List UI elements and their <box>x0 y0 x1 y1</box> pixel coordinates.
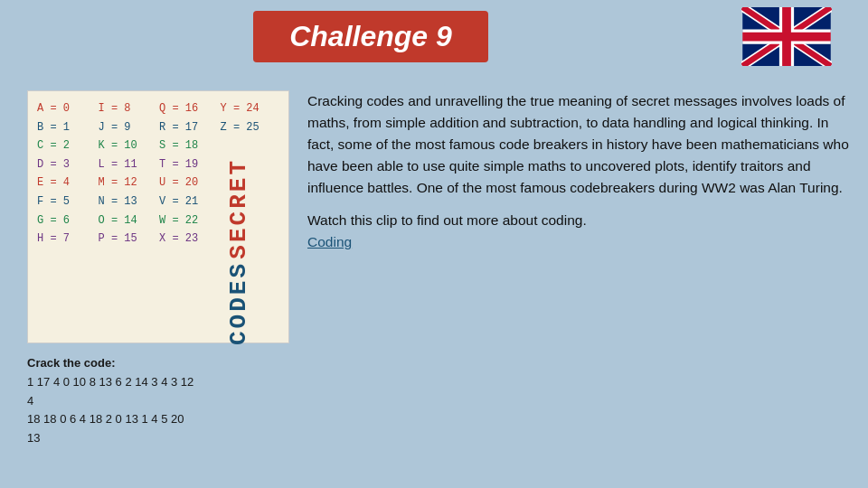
main-content: Cracking codes and unravelling the true … <box>307 90 850 264</box>
page-container: Challenge 9 A = 0 B = 1 C = 2 D = 3 E = … <box>0 0 868 488</box>
crack-line4: 13 <box>27 431 40 445</box>
paragraph2-prefix: Watch this clip to find out more about c… <box>307 212 587 228</box>
cipher-col-3: Q = 16 R = 17 S = 18 T = 19 U = 20 V = 2… <box>159 100 219 345</box>
cipher-table: A = 0 B = 1 C = 2 D = 3 E = 4 F = 5 G = … <box>27 90 289 343</box>
cipher-col-4: Y = 24 Z = 25 SECRET CODES <box>221 100 280 345</box>
title-box: Challenge 9 <box>253 11 488 62</box>
crack-label: Crack the code: <box>27 356 116 370</box>
crack-line2: 4 <box>27 394 33 408</box>
uk-flag <box>741 7 832 66</box>
crack-line1: 1 17 4 0 10 8 13 6 2 14 3 4 3 12 <box>27 375 193 389</box>
cipher-col-2: I = 8 J = 9 K = 10 L = 11 M = 12 N = 13 … <box>99 100 158 345</box>
page-title: Challenge 9 <box>271 20 470 53</box>
paragraph1: Cracking codes and unravelling the true … <box>307 90 850 199</box>
crack-line3: 18 18 0 6 4 18 2 0 13 1 4 5 20 <box>27 412 184 426</box>
paragraph2: Watch this clip to find out more about c… <box>307 210 850 253</box>
crack-the-code: Crack the code: 1 17 4 0 10 8 13 6 2 14 … <box>27 354 289 448</box>
cipher-col-1: A = 0 B = 1 C = 2 D = 3 E = 4 F = 5 G = … <box>37 100 97 345</box>
coding-link[interactable]: Coding <box>307 234 352 249</box>
